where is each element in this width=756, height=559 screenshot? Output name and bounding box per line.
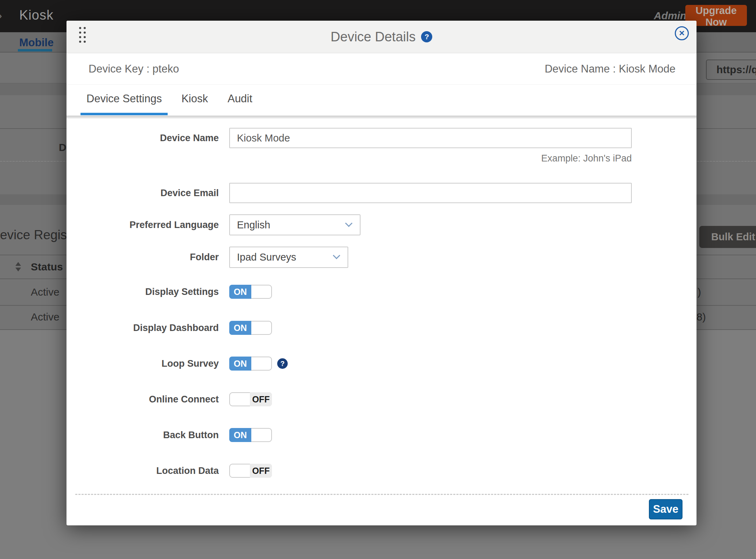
- bulk-edit-devices-button[interactable]: Bulk Edit Dev: [699, 226, 756, 248]
- back-button-label: Back Button: [66, 428, 219, 442]
- modal-title: Device Details: [331, 29, 416, 44]
- drag-handle-icon[interactable]: [79, 27, 86, 43]
- breadcrumb-chevron-icon: ›: [0, 8, 2, 23]
- page-title: Kiosk: [19, 8, 54, 23]
- toggle-state: ON: [229, 285, 251, 299]
- back-button-toggle[interactable]: ON: [229, 428, 272, 442]
- url-input[interactable]: https://qa.: [706, 60, 756, 80]
- tab-mobile-underline: [18, 49, 52, 51]
- device-name-helper-text: Example: John's iPad: [541, 153, 632, 164]
- toggle-state: ON: [229, 357, 251, 371]
- table-row-fragment: 8): [696, 311, 706, 323]
- device-key-row: Device Key : pteko Device Name : Kiosk M…: [66, 53, 696, 85]
- tab-mobile[interactable]: Mobile: [19, 36, 54, 49]
- preferred-language-field-label: Preferred Language: [66, 214, 219, 235]
- toggle-state: OFF: [250, 392, 272, 406]
- toggle-state: OFF: [250, 464, 272, 478]
- loop-survey-help-icon[interactable]: ?: [277, 358, 288, 369]
- display-settings-toggle[interactable]: ON: [229, 285, 272, 299]
- table-row-fragment: ): [698, 286, 701, 298]
- help-icon[interactable]: ?: [421, 31, 432, 42]
- save-button[interactable]: Save: [649, 499, 682, 519]
- tab-device-settings[interactable]: Device Settings: [80, 85, 168, 115]
- modal-tab-bar: Device Settings Kiosk Audit: [66, 85, 696, 116]
- footer-dashed-divider: [75, 494, 688, 495]
- toggle-state: ON: [229, 428, 251, 442]
- tab-audit[interactable]: Audit: [222, 85, 258, 115]
- device-email-field-label: Device Email: [66, 183, 219, 203]
- close-icon[interactable]: ✕: [675, 26, 689, 40]
- table-row-status: Active: [31, 311, 59, 323]
- status-column-header[interactable]: Status: [31, 261, 63, 273]
- device-name-field-label: Device Name: [66, 128, 219, 148]
- toggle-state: ON: [229, 321, 251, 335]
- device-registration-heading: evice Registr: [0, 228, 75, 242]
- folder-select[interactable]: Ipad Surveys: [229, 247, 348, 268]
- preferred-language-value: English: [237, 219, 270, 231]
- device-key-label: Device Key : pteko: [89, 63, 179, 75]
- online-connect-toggle[interactable]: OFF: [229, 392, 272, 406]
- url-text: https://qa.: [716, 64, 756, 76]
- device-name-input[interactable]: [229, 128, 632, 148]
- folder-value: Ipad Surveys: [237, 251, 296, 263]
- device-details-modal: Device Details ? ✕ Device Key : pteko De…: [66, 21, 696, 525]
- device-email-input[interactable]: [229, 183, 632, 203]
- table-row-status: Active: [31, 286, 59, 298]
- device-name-label: Device Name : Kiosk Mode: [545, 63, 676, 75]
- location-data-label: Location Data: [66, 464, 219, 478]
- online-connect-label: Online Connect: [66, 392, 219, 406]
- chevron-down-icon: [333, 252, 340, 259]
- tab-bar-shadow: [66, 116, 696, 119]
- folder-field-label: Folder: [66, 247, 219, 268]
- modal-header: Device Details ? ✕: [66, 21, 696, 53]
- location-data-toggle[interactable]: OFF: [229, 464, 272, 478]
- chevron-down-icon: [345, 220, 352, 227]
- loop-survey-label: Loop Survey: [66, 357, 219, 371]
- display-dashboard-label: Display Dashboard: [66, 321, 219, 335]
- background-label-fragment: D: [59, 142, 66, 153]
- display-dashboard-toggle[interactable]: ON: [229, 321, 272, 335]
- display-settings-label: Display Settings: [66, 285, 219, 299]
- sort-icon[interactable]: [15, 262, 21, 273]
- admin-label: Admin: [654, 10, 686, 22]
- loop-survey-toggle[interactable]: ON: [229, 357, 272, 371]
- preferred-language-select[interactable]: English: [229, 214, 360, 235]
- tab-kiosk[interactable]: Kiosk: [175, 85, 214, 115]
